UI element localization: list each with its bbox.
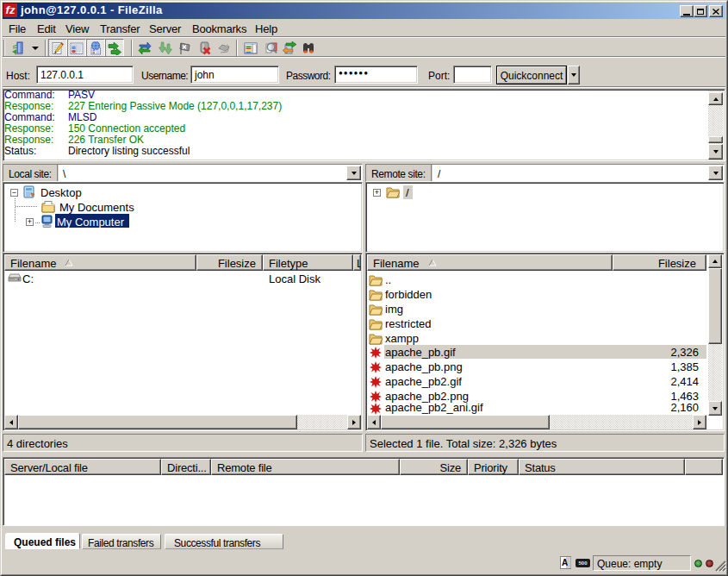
svg-text:A: A [562, 558, 568, 567]
